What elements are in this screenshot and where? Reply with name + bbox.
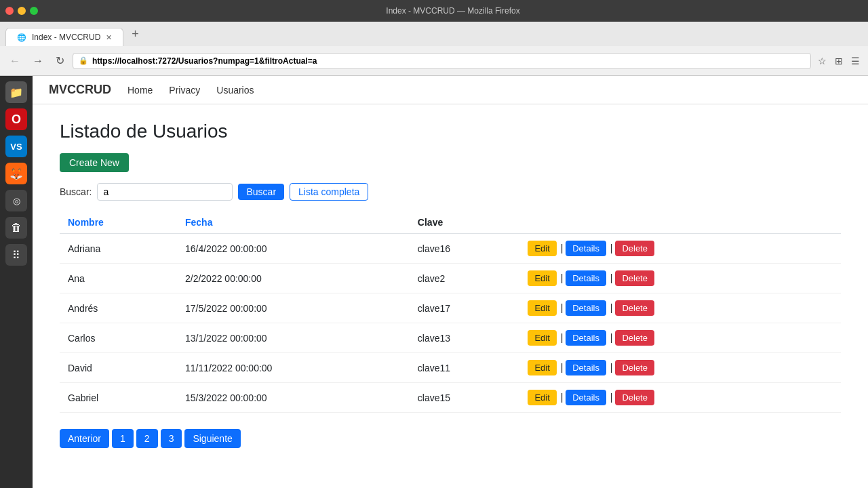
close-window-button[interactable] xyxy=(5,7,14,15)
col-nombre[interactable]: Nombre xyxy=(60,211,177,234)
delete-button-0[interactable]: Delete xyxy=(615,241,654,256)
cell-actions: Edit | Details | Delete xyxy=(519,383,841,413)
address-bar[interactable]: 🔒 https://localhost:7272/Usuarios?numpag… xyxy=(73,53,811,69)
edit-button-3[interactable]: Edit xyxy=(528,330,556,346)
table-row: Andrés17/5/2022 00:00:00clave17Edit | De… xyxy=(60,293,841,323)
main-wrapper: 📁 O VS 🦊 ◎ 🗑 ⠿ MVCCRUD Home Privacy Usua… xyxy=(0,76,868,488)
table-row: David11/11/2022 00:00:00clave11Edit | De… xyxy=(60,353,841,383)
delete-button-4[interactable]: Delete xyxy=(615,360,654,375)
tab-icon: 🌐 xyxy=(17,33,26,42)
bookmark-button[interactable]: ☆ xyxy=(815,53,829,69)
back-button[interactable]: ← xyxy=(5,52,24,70)
table-row: Ana2/2/2022 00:00:00clave2Edit | Details… xyxy=(60,264,841,293)
app-content: MVCCRUD Home Privacy Usuarios Listado de… xyxy=(33,76,868,488)
edit-button-0[interactable]: Edit xyxy=(528,241,556,256)
navbar: MVCCRUD Home Privacy Usuarios xyxy=(33,76,868,104)
search-label: Buscar: xyxy=(60,186,92,197)
cell-fecha: 15/3/2022 00:00:00 xyxy=(177,383,410,413)
table-row: Gabriel15/3/2022 00:00:00clave15Edit | D… xyxy=(60,383,841,413)
buscar-button[interactable]: Buscar xyxy=(238,184,284,200)
delete-button-3[interactable]: Delete xyxy=(615,330,654,346)
page-3-button[interactable]: 3 xyxy=(161,429,182,448)
table-header-row: Nombre Fecha Clave xyxy=(60,211,841,234)
details-button-4[interactable]: Details xyxy=(566,360,606,375)
navbar-link-home[interactable]: Home xyxy=(127,85,153,96)
create-new-button[interactable]: Create New xyxy=(60,153,129,172)
siguiente-button[interactable]: Siguiente xyxy=(184,429,240,448)
security-icon: 🔒 xyxy=(79,56,88,65)
navbar-link-usuarios[interactable]: Usuarios xyxy=(216,85,254,96)
tab-title: Index - MVCCRUD xyxy=(32,33,100,42)
cell-clave: clave15 xyxy=(410,383,520,413)
edit-button-1[interactable]: Edit xyxy=(528,270,556,286)
search-row: Buscar: Buscar Lista completa xyxy=(60,183,841,201)
col-clave: Clave xyxy=(410,211,520,234)
delete-button-2[interactable]: Delete xyxy=(615,300,654,316)
cell-actions: Edit | Details | Delete xyxy=(519,234,841,264)
browser-tab[interactable]: 🌐 Index - MVCCRUD ✕ xyxy=(5,28,123,46)
cell-fecha: 2/2/2022 00:00:00 xyxy=(177,264,410,293)
address-url: https://localhost:7272/Usuarios?numpag=1… xyxy=(92,56,317,66)
cell-nombre: Gabriel xyxy=(60,383,177,413)
taskbar-opera-icon[interactable]: O xyxy=(5,108,27,130)
browser-titlebar: Index - MVCCRUD — Mozilla Firefox xyxy=(0,0,868,22)
extensions-button[interactable]: ⊞ xyxy=(832,53,846,69)
delete-button-5[interactable]: Delete xyxy=(615,390,654,405)
navbar-brand[interactable]: MVCCRUD xyxy=(49,83,111,97)
cell-nombre: Ana xyxy=(60,264,177,293)
cell-actions: Edit | Details | Delete xyxy=(519,264,841,293)
cell-actions: Edit | Details | Delete xyxy=(519,293,841,323)
cell-actions: Edit | Details | Delete xyxy=(519,353,841,383)
edit-button-4[interactable]: Edit xyxy=(528,360,556,375)
anterior-button[interactable]: Anterior xyxy=(60,429,109,448)
taskbar-trash-icon[interactable]: 🗑 xyxy=(5,217,27,239)
cell-clave: clave2 xyxy=(410,264,520,293)
cell-clave: clave17 xyxy=(410,293,520,323)
forward-button[interactable]: → xyxy=(28,52,47,70)
cell-clave: clave16 xyxy=(410,234,520,264)
toolbar-icons: ☆ ⊞ ☰ xyxy=(815,53,863,69)
page-2-button[interactable]: 2 xyxy=(136,429,158,448)
page-1-button[interactable]: 1 xyxy=(112,429,134,448)
details-button-3[interactable]: Details xyxy=(566,330,606,346)
pagination: Anterior 1 2 3 Siguiente xyxy=(60,429,841,448)
table-row: Carlos13/1/2022 00:00:00clave13Edit | De… xyxy=(60,323,841,353)
cell-nombre: David xyxy=(60,353,177,383)
cell-fecha: 17/5/2022 00:00:00 xyxy=(177,293,410,323)
edit-button-2[interactable]: Edit xyxy=(528,300,556,316)
browser-tabbar: 🌐 Index - MVCCRUD ✕ + xyxy=(0,22,868,46)
window-controls[interactable] xyxy=(5,7,38,15)
col-actions xyxy=(519,211,841,234)
page-title: Listado de Usuarios xyxy=(60,121,841,142)
cell-clave: clave13 xyxy=(410,323,520,353)
taskbar-firefox-icon[interactable]: 🦊 xyxy=(5,163,27,184)
details-button-2[interactable]: Details xyxy=(566,300,606,316)
taskbar-apps-icon[interactable]: ⠿ xyxy=(5,244,27,266)
new-tab-button[interactable]: + xyxy=(126,27,144,41)
browser-addressbar: ← → ↻ 🔒 https://localhost:7272/Usuarios?… xyxy=(0,46,868,76)
cell-fecha: 13/1/2022 00:00:00 xyxy=(177,323,410,353)
window-title: Index - MVCCRUD — Mozilla Firefox xyxy=(43,6,863,16)
cell-fecha: 16/4/2022 00:00:00 xyxy=(177,234,410,264)
main-content: Listado de Usuarios Create New Buscar: B… xyxy=(33,104,868,488)
navbar-link-privacy[interactable]: Privacy xyxy=(169,85,200,96)
cell-nombre: Adriana xyxy=(60,234,177,264)
details-button-5[interactable]: Details xyxy=(566,390,606,405)
tab-close-button[interactable]: ✕ xyxy=(106,33,112,42)
taskbar-vscode-icon[interactable]: VS xyxy=(5,136,27,157)
taskbar-network-icon[interactable]: ◎ xyxy=(5,190,27,211)
menu-button[interactable]: ☰ xyxy=(848,53,863,69)
minimize-window-button[interactable] xyxy=(18,7,26,15)
users-table: Nombre Fecha Clave Adriana16/4/2022 00:0… xyxy=(60,211,841,413)
search-input[interactable] xyxy=(97,183,233,201)
maximize-window-button[interactable] xyxy=(30,7,38,15)
taskbar-files-icon[interactable]: 📁 xyxy=(5,81,27,103)
cell-clave: clave11 xyxy=(410,353,520,383)
edit-button-5[interactable]: Edit xyxy=(528,390,556,405)
details-button-0[interactable]: Details xyxy=(566,241,606,256)
delete-button-1[interactable]: Delete xyxy=(615,270,654,286)
col-fecha[interactable]: Fecha xyxy=(177,211,410,234)
lista-completa-button[interactable]: Lista completa xyxy=(290,183,368,201)
details-button-1[interactable]: Details xyxy=(566,270,606,286)
reload-button[interactable]: ↻ xyxy=(52,52,68,70)
